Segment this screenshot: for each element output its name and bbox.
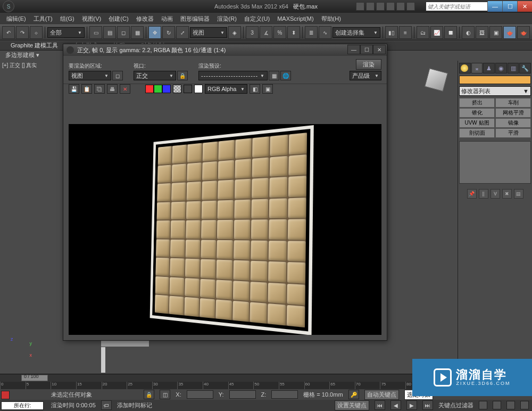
- key-icon[interactable]: 🔑: [348, 390, 359, 399]
- create-tab-icon[interactable]: [459, 63, 471, 73]
- manage-layers-icon[interactable]: ≣: [305, 26, 318, 39]
- modifier-button[interactable]: 车削: [495, 98, 531, 108]
- object-color-swatch[interactable]: [459, 76, 531, 84]
- iso-icon[interactable]: ◫: [160, 390, 170, 399]
- teapot2-icon[interactable]: 🫖: [517, 26, 530, 39]
- listener-line[interactable]: 所在行:: [1, 401, 44, 410]
- qa-btn[interactable]: [356, 2, 364, 11]
- x-spinner[interactable]: [187, 390, 213, 399]
- modifier-button[interactable]: 剖切面: [459, 128, 495, 138]
- make-unique-icon[interactable]: ∀: [491, 189, 500, 199]
- menu-item[interactable]: 渲染(R): [214, 14, 240, 24]
- align-icon[interactable]: ≡: [399, 26, 412, 39]
- modifier-list-combo[interactable]: 修改器列表▼: [459, 86, 531, 96]
- white-swatch-icon[interactable]: [194, 85, 203, 93]
- menu-item[interactable]: 自定义(U): [241, 14, 273, 24]
- render-area-combo[interactable]: 视图▼: [69, 71, 111, 80]
- render-viewport-combo[interactable]: 正交▼: [134, 71, 176, 80]
- render-minimize-button[interactable]: —: [347, 45, 360, 54]
- pivot-icon[interactable]: ◈: [228, 26, 241, 39]
- ribbon-tab-graphite[interactable]: Graphite 建模工具: [11, 42, 58, 50]
- lock-icon[interactable]: 🔒: [177, 71, 188, 80]
- menu-item[interactable]: 修改器: [133, 14, 157, 24]
- utilities-tab-icon[interactable]: 🔧: [519, 63, 531, 73]
- menu-item[interactable]: 编辑(E): [3, 14, 29, 24]
- nav-btn[interactable]: [479, 401, 487, 409]
- select-icon[interactable]: ▭: [89, 26, 102, 39]
- modifier-stack[interactable]: [459, 141, 531, 184]
- search-input[interactable]: [426, 2, 489, 11]
- toggle-overlay-icon[interactable]: ◧: [250, 84, 260, 94]
- menu-item[interactable]: 工具(T): [30, 14, 56, 24]
- display-tab-icon[interactable]: ▥: [508, 63, 519, 73]
- render-maximize-button[interactable]: ☐: [360, 45, 373, 54]
- clear-icon[interactable]: ✕: [120, 84, 130, 94]
- menu-item[interactable]: 视图(V): [79, 14, 105, 24]
- curve-editor-icon[interactable]: ∿: [319, 26, 331, 39]
- qa-btn[interactable]: [386, 2, 395, 11]
- lock-selection-icon[interactable]: 🔒: [144, 390, 154, 399]
- named-selset-combo[interactable]: 创建选择集▼: [332, 27, 380, 38]
- modifier-button[interactable]: 锥化: [459, 108, 495, 118]
- teapot-render-icon[interactable]: 🫖: [503, 26, 516, 39]
- modifier-button[interactable]: 挤出: [459, 98, 495, 108]
- modifier-button[interactable]: 网格平滑: [495, 108, 531, 118]
- qa-btn[interactable]: [406, 2, 415, 11]
- menu-item[interactable]: 创建(C): [105, 14, 131, 24]
- remove-mod-icon[interactable]: ✖: [502, 189, 512, 199]
- ref-coord-combo[interactable]: 视图▼: [190, 27, 227, 38]
- menu-item[interactable]: 图形编辑器: [177, 14, 213, 24]
- render-preset-combo[interactable]: -----------------------▼: [198, 71, 268, 80]
- render-canvas[interactable]: [69, 124, 381, 335]
- motion-tab-icon[interactable]: ◉: [495, 63, 507, 73]
- play-icon[interactable]: ▶: [406, 400, 417, 410]
- preset-settings-icon[interactable]: ▦: [269, 71, 279, 80]
- toggle-ui-icon[interactable]: ▣: [262, 84, 273, 94]
- alpha-channel-icon[interactable]: [173, 85, 181, 93]
- render-close-button[interactable]: ✕: [373, 45, 386, 54]
- menu-item[interactable]: MAXScript(M): [274, 14, 317, 23]
- key-filter[interactable]: 关键点过滤器: [438, 401, 473, 409]
- menu-item[interactable]: 帮助(H): [318, 14, 344, 24]
- nav-btn[interactable]: [506, 401, 515, 409]
- render-product-combo[interactable]: 产品级▼: [350, 71, 381, 80]
- menu-item[interactable]: 组(G): [57, 14, 78, 24]
- modifier-button[interactable]: 镜像: [495, 118, 531, 128]
- nav-btn[interactable]: [520, 401, 529, 409]
- qa-btn[interactable]: [366, 2, 375, 11]
- window-crossing-icon[interactable]: ▦: [131, 26, 144, 39]
- maximize-button[interactable]: ☐: [502, 1, 517, 12]
- select-name-icon[interactable]: ▤: [103, 26, 116, 39]
- percent-snap-icon[interactable]: %: [273, 26, 286, 39]
- play-start-icon[interactable]: ⏮: [375, 400, 385, 410]
- schematic-icon[interactable]: 🔲: [444, 26, 457, 39]
- hierarchy-tab-icon[interactable]: ♟: [483, 63, 495, 73]
- render-setup-icon[interactable]: 🖼: [476, 26, 488, 39]
- z-spinner[interactable]: [271, 390, 298, 399]
- viewport-label[interactable]: [+] 正交 [] 真实: [2, 62, 37, 69]
- render-title-bar[interactable]: 正交, 帧 0, 显示 gamma: 2.2, RGBA 颜色 16 位/通道 …: [63, 44, 387, 56]
- modifier-button[interactable]: UVW 贴图: [459, 118, 495, 128]
- print-icon[interactable]: 🖶: [107, 84, 118, 94]
- y-spinner[interactable]: [229, 390, 256, 399]
- viewcube-cube-icon[interactable]: [425, 68, 448, 92]
- render-frame-icon[interactable]: ▣: [489, 26, 502, 39]
- material-editor-icon[interactable]: ◐: [462, 26, 475, 39]
- pin-stack-icon[interactable]: 📌: [467, 189, 477, 199]
- close-button[interactable]: ✕: [517, 1, 532, 12]
- nav-btn[interactable]: [493, 401, 501, 409]
- modify-tab-icon[interactable]: 𝄪: [471, 63, 483, 73]
- preset-world-icon[interactable]: 🌐: [280, 71, 291, 80]
- qa-btn[interactable]: [396, 2, 405, 11]
- qa-btn[interactable]: [376, 2, 385, 11]
- link-icon[interactable]: ⟐: [30, 26, 43, 39]
- viewcube[interactable]: [420, 64, 452, 96]
- undo-icon[interactable]: ↶: [2, 26, 15, 39]
- select-region-icon[interactable]: ◻: [117, 26, 130, 39]
- spinner-snap-icon[interactable]: ⬍: [287, 26, 300, 39]
- red-channel-icon[interactable]: [145, 85, 154, 93]
- snap-icon[interactable]: 3: [246, 26, 259, 39]
- region-icon[interactable]: ◻: [112, 71, 123, 80]
- render-button[interactable]: 渲染: [356, 59, 381, 70]
- mirror-icon[interactable]: ▮▯: [385, 26, 398, 39]
